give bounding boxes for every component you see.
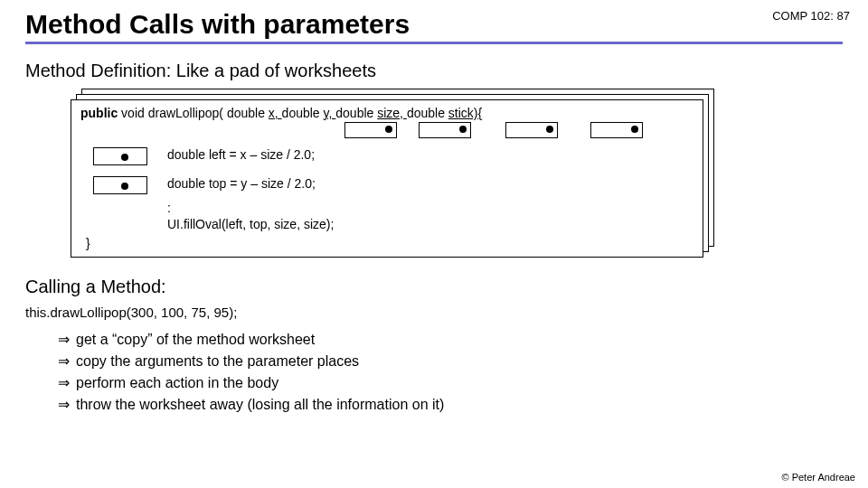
step-3: ⇒perform each action in the body [58, 372, 843, 394]
copyright: © Peter Andreae [782, 472, 856, 483]
param-slots [80, 122, 693, 142]
arrow-icon: ⇒ [58, 351, 76, 372]
local-slot-left [93, 147, 147, 165]
worksheet-pad: public void drawLollipop( double x, doub… [71, 89, 722, 260]
call-steps: ⇒get a “copy” of the method worksheet ⇒c… [58, 329, 843, 416]
section-calling: Calling a Method: [25, 277, 843, 297]
step-4: ⇒throw the worksheet away (losing all th… [58, 394, 843, 416]
section-method-def: Method Definition: Like a pad of workshe… [25, 61, 843, 81]
dot-icon [121, 154, 128, 161]
call-expression: this.drawLollipop(300, 100, 75, 95); [25, 305, 843, 320]
code-line-colon: : [167, 200, 693, 216]
arrow-icon: ⇒ [58, 329, 76, 351]
code-line-top: double top = y – size / 2.0; [167, 176, 316, 191]
slide-title: Method Calls with parameters [25, 9, 843, 44]
step-2: ⇒copy the arguments to the parameter pla… [58, 351, 843, 372]
dot-icon [459, 126, 467, 133]
course-number: COMP 102: 87 [772, 9, 850, 23]
method-signature: public void drawLollipop( double x, doub… [80, 106, 693, 120]
param-slot-y [419, 122, 471, 138]
dot-icon [121, 183, 128, 190]
param-slot-x [344, 122, 397, 138]
worksheet-front: public void drawLollipop( double x, doub… [71, 99, 703, 258]
code-close-brace: } [86, 236, 693, 250]
param-slot-size [505, 122, 558, 138]
step-1: ⇒get a “copy” of the method worksheet [58, 329, 843, 351]
dot-icon [546, 126, 553, 133]
code-line-filloval: UI.fillOval(left, top, size, size); [167, 216, 693, 232]
arrow-icon: ⇒ [58, 372, 76, 394]
local-left-row: double left = x – size / 2.0; [80, 147, 693, 171]
dot-icon [385, 126, 392, 133]
code-line-left: double left = x – size / 2.0; [167, 147, 315, 162]
dot-icon [631, 126, 638, 133]
param-slot-stick [590, 122, 643, 138]
local-slot-top [93, 176, 147, 194]
arrow-icon: ⇒ [58, 394, 76, 416]
slide: COMP 102: 87 Method Calls with parameter… [0, 0, 868, 488]
local-top-row: double top = y – size / 2.0; [80, 176, 693, 200]
